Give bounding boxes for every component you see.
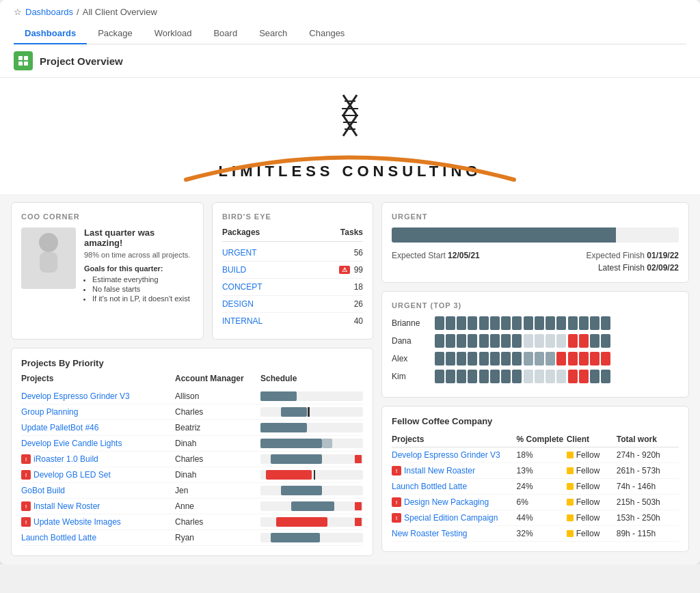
pbp-project-link[interactable]: ! Install New Roster xyxy=(21,501,175,511)
fct-complete: 32% xyxy=(517,529,567,538)
tab-workload[interactable]: Workload xyxy=(144,23,203,44)
star-icon: ☆ xyxy=(14,7,22,17)
coo-subtitle: 98% on time across all projects. xyxy=(84,251,193,259)
be-concept-link[interactable]: CONCEPT xyxy=(222,282,262,292)
client-dot xyxy=(567,483,574,490)
pbp-project-link[interactable]: ! iRoaster 1.0 Build xyxy=(21,454,175,464)
pbp-col-projects: Projects xyxy=(21,374,175,383)
fct-project-link[interactable]: ! Special Edition Campaign xyxy=(392,513,517,523)
top3-name: Dana xyxy=(392,336,429,346)
fct-project-link[interactable]: Launch Bottled Latte xyxy=(392,482,517,491)
bar-block xyxy=(479,334,489,348)
top3-row-alex: Alex xyxy=(392,352,679,366)
bar-block xyxy=(546,352,555,366)
fct-header: Projects % Complete Client Total work xyxy=(392,432,679,447)
pbp-title: Projects By Priority xyxy=(21,358,363,368)
bar-block xyxy=(457,352,466,366)
pbp-schedule xyxy=(260,501,363,511)
dna-icon xyxy=(329,92,371,148)
bar-block xyxy=(556,316,566,330)
be-urgent-link[interactable]: URGENT xyxy=(222,248,257,258)
list-item: URGENT 56 xyxy=(222,245,363,262)
fct-total: 153h - 250h xyxy=(617,513,679,523)
tab-search[interactable]: Search xyxy=(248,23,298,44)
pbp-project-link[interactable]: Launch Bottled Latte xyxy=(21,533,175,542)
fct-client: Fellow xyxy=(567,497,617,507)
table-row: Update PalletBot #46 Beatriz xyxy=(21,420,363,436)
coo-goal-2: No false starts xyxy=(92,285,193,293)
pbp-manager: Dinah xyxy=(175,470,260,480)
coo-goals-list: Estimate everything No false starts If i… xyxy=(84,275,193,303)
bar-block xyxy=(501,352,511,366)
projects-priority-card: Projects By Priority Projects Account Ma… xyxy=(11,348,373,556)
alert-icon: ! xyxy=(392,513,401,523)
pbp-manager: Charles xyxy=(175,407,260,417)
pbp-project-link[interactable]: ! Update Website Images xyxy=(21,517,175,527)
pbp-project-link[interactable]: Develop Evie Candle Lights xyxy=(21,439,175,448)
urgent-finish: Expected Finish 01/19/22 xyxy=(587,251,679,260)
alert-icon: ! xyxy=(21,517,31,527)
bar-block xyxy=(524,370,533,383)
table-row: ! Special Edition Campaign 44% Fellow 15… xyxy=(392,510,679,526)
alert-icon: ! xyxy=(21,454,31,464)
bar-block xyxy=(490,352,500,366)
build-warning-badge: ⚠ xyxy=(339,266,350,274)
be-col-tasks: Tasks xyxy=(340,227,363,237)
bar-block xyxy=(535,352,544,366)
top3-row-brianne: Brianne xyxy=(392,316,679,330)
fct-project-link[interactable]: Develop Espresso Grinder V3 xyxy=(392,450,517,460)
pbp-manager: Anne xyxy=(175,501,260,511)
bar-block xyxy=(479,316,489,330)
fct-complete: 18% xyxy=(517,450,567,460)
be-internal-count: 40 xyxy=(354,316,363,326)
breadcrumb-dashboards[interactable]: Dashboards xyxy=(25,7,73,17)
pbp-project-link[interactable]: ! Develop GB LED Set xyxy=(21,470,175,480)
urgent-card: URGENT Expected Start 12/05/21 Expected … xyxy=(381,202,689,283)
bar-block xyxy=(446,352,455,366)
coo-section-title: COO CORNER xyxy=(21,212,193,221)
tab-package[interactable]: Package xyxy=(87,23,144,44)
pbp-manager: Beatriz xyxy=(175,423,260,432)
bar-block xyxy=(490,334,500,348)
tab-dashboards[interactable]: Dashboards xyxy=(14,23,87,44)
bar-block xyxy=(556,352,566,366)
pbp-project-link[interactable]: Update PalletBot #46 xyxy=(21,423,175,432)
be-design-link[interactable]: DESIGN xyxy=(222,299,254,309)
top3-bars xyxy=(435,352,679,366)
alert-icon: ! xyxy=(392,497,401,507)
bar-block xyxy=(601,316,610,330)
svg-rect-0 xyxy=(18,56,23,60)
breadcrumb-current: All Client Overview xyxy=(83,7,157,17)
bar-block xyxy=(535,334,544,348)
be-build-link[interactable]: BUILD xyxy=(222,265,246,275)
bar-block xyxy=(535,370,544,383)
bar-block xyxy=(435,334,444,348)
client-dot xyxy=(567,499,574,506)
fct-project-link[interactable]: ! Design New Packaging xyxy=(392,497,517,507)
pbp-manager: Allison xyxy=(175,391,260,401)
pbp-schedule xyxy=(260,533,363,542)
bar-block xyxy=(468,316,477,330)
tab-changes[interactable]: Changes xyxy=(298,23,355,44)
pbp-manager: Dinah xyxy=(175,439,260,448)
table-row: Develop Espresso Grinder V3 Allison xyxy=(21,389,363,404)
pbp-project-link[interactable]: Group Planning xyxy=(21,407,175,417)
coo-photo xyxy=(21,227,76,289)
pbp-project-link[interactable]: Develop Espresso Grinder V3 xyxy=(21,391,175,401)
tab-board[interactable]: Board xyxy=(202,23,248,44)
fct-project-link[interactable]: New Roaster Testing xyxy=(392,529,517,538)
bar-block xyxy=(468,334,477,348)
client-dot xyxy=(567,467,574,474)
fct-total: 215h - 503h xyxy=(617,497,679,507)
list-item: INTERNAL 40 xyxy=(222,313,363,329)
fct-project-link[interactable]: ! Install New Roaster xyxy=(392,466,517,475)
bar-block xyxy=(524,316,533,330)
pbp-col-schedule: Schedule xyxy=(260,374,363,383)
urgent-dates: Expected Start 12/05/21 Expected Finish … xyxy=(392,251,679,260)
coo-goal-1: Estimate everything xyxy=(92,275,193,284)
bar-block xyxy=(468,352,477,366)
top3-bars xyxy=(435,316,679,330)
breadcrumb-separator: / xyxy=(77,7,79,17)
pbp-project-link[interactable]: GoBot Build xyxy=(21,486,175,495)
be-internal-link[interactable]: INTERNAL xyxy=(222,316,262,326)
